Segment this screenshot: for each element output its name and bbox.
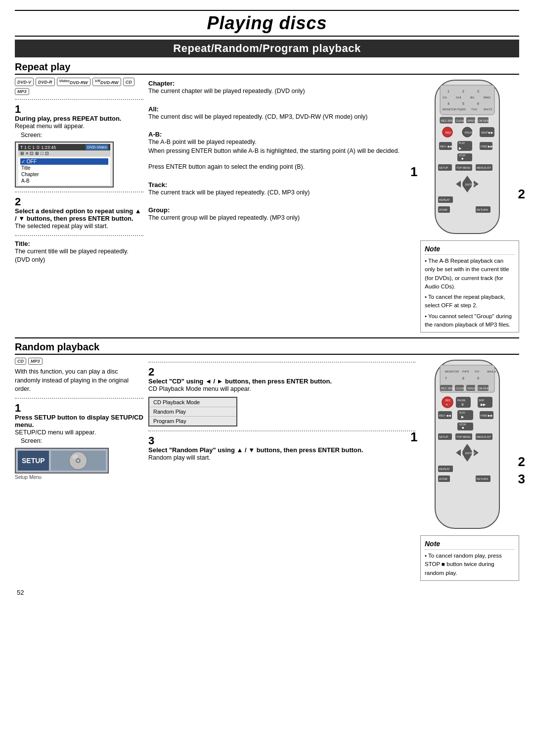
repeat-left-col: DVD-V DVD-R VideoDVD-RW VRDVD-RW CD MP3 …	[15, 78, 143, 332]
svg-text:CM SKIP: CM SKIP	[478, 119, 490, 122]
track-text: The current track will be played repeate…	[148, 189, 415, 197]
svg-text:GHI: GHI	[456, 96, 461, 99]
svg-text:WXYZ: WXYZ	[484, 108, 492, 111]
screen-icon-5: □	[41, 151, 43, 156]
screen-header: T 1 C 1 ① 1:23:45 DVD-Video	[18, 144, 110, 150]
divider-2	[15, 191, 143, 192]
repeat-step1: 1 During play, press REPEAT button. Repe…	[15, 104, 143, 188]
random-note-title: Note	[425, 539, 515, 550]
random-note-list: • To cancel random play, press STOP ■ bu…	[425, 552, 515, 577]
repeat-note-item-2: • To cancel the repeat playback, select …	[425, 293, 515, 310]
svg-text:PAUSE: PAUSE	[465, 131, 475, 134]
svg-text:SETUP: SETUP	[439, 435, 448, 438]
repeat-step2-number: 2	[15, 196, 143, 207]
svg-text:P•P3: P•P3	[462, 370, 469, 373]
random-mid-col: 2 Select "CD" using ◄ / ► buttons, then …	[148, 358, 415, 581]
svg-text:SKIP: SKIP	[479, 399, 485, 402]
repeat-note-box: Note • The A-B Repeat playback can only …	[420, 240, 519, 332]
random-divider-2	[148, 362, 415, 363]
screen-menu-title: Title	[20, 165, 108, 171]
ab-text2: When pressing ENTER button while A-B is …	[148, 147, 415, 156]
random-step1-screen-label: Screen:	[21, 437, 143, 446]
ab-text3: Press ENTER button again to select the e…	[148, 163, 415, 172]
screen-icons-row: ⊞ ≡ ⊡ ⊞ □ ⊡	[18, 150, 110, 156]
screen-icon-6: ⊡	[45, 151, 49, 156]
section-divider	[15, 337, 519, 338]
section-header: Repeat/Random/Program playback	[15, 40, 519, 57]
repeat-step1-note: Repeat menu will appear.	[15, 122, 143, 131]
setup-panel-label: SETUP	[18, 451, 49, 471]
repeat-play-title: Repeat play	[15, 61, 519, 75]
random-step1-number: 1	[15, 403, 143, 414]
repeat-remote-svg: 1 2 3 CH GHI JKL MNO 4 5 6 MONITOR PQRS …	[420, 78, 514, 236]
screen-menu-chapter: Chapter	[20, 171, 108, 178]
screen-icon-1: ⊞	[20, 151, 24, 156]
svg-text:REPEAT: REPEAT	[439, 198, 450, 201]
svg-text:5: 5	[462, 102, 464, 105]
screen-menu-off: OFF	[20, 158, 108, 165]
group-text: The current group will be played repeate…	[148, 214, 415, 223]
repeat-screen-mockup: T 1 C 1 ① 1:23:45 DVD-Video ⊞ ≡ ⊡ ⊞ □ ⊡	[15, 142, 114, 188]
disc-badge-cd: CD	[123, 78, 134, 86]
title-option-text: The current title will be played repeate…	[15, 247, 143, 265]
random-step3: 3 Select "Random Play" using ▲ / ▼ butto…	[148, 435, 415, 463]
chapter-option: Chapter: The current chapter will be pla…	[148, 80, 415, 96]
svg-text:PLAY: PLAY	[459, 411, 466, 414]
svg-text:TOP MENU: TOP MENU	[456, 435, 471, 438]
svg-text:FWD ▶▶: FWD ▶▶	[481, 414, 493, 417]
repeat-disc-icons: DVD-V DVD-R VideoDVD-RW VRDVD-RW CD MP3	[15, 78, 143, 95]
svg-text:ENTER: ENTER	[465, 183, 476, 186]
cd-menu-item-3: Program Play	[149, 417, 236, 425]
svg-text:T/V: T/V	[475, 370, 479, 373]
track-option: Track: The current track will be played …	[148, 181, 415, 197]
svg-point-60	[77, 460, 79, 462]
repeat-step2-note: The selected repeat play will start.	[15, 222, 143, 231]
ab-label: A-B:	[148, 131, 415, 138]
repeat-step2: 2 Select a desired option to repeat usin…	[15, 196, 143, 231]
svg-text:ZOOM: ZOOM	[439, 477, 447, 480]
svg-text:REV ◀◀: REV ◀◀	[439, 414, 451, 417]
cd-menu-item-2: Random Play	[149, 407, 236, 417]
setup-panel-cd	[51, 451, 106, 471]
screen-header-left: T 1 C 1 ① 1:23:45	[20, 145, 56, 150]
repeat-step2-instruction: Select a desired option to repeat using …	[15, 207, 143, 222]
all-option: All: The current disc will be played rep…	[148, 105, 415, 122]
repeat-note-item-1: • The A-B Repeat playback can only be se…	[425, 257, 515, 291]
svg-text:9: 9	[477, 377, 479, 380]
svg-text:REC SPEED: REC SPEED	[441, 387, 457, 390]
svg-text:ENTER: ENTER	[465, 452, 476, 455]
disc-badge-dvdv: DVD-V	[15, 78, 34, 86]
random-step1-instruction: Press SETUP button to display SETUP/CD m…	[15, 414, 143, 428]
repeat-note-item-3: • You cannot select "Group" during the r…	[425, 312, 515, 330]
random-divider-1	[15, 398, 143, 399]
svg-text:RETURN: RETURN	[477, 208, 488, 211]
svg-text:4: 4	[447, 102, 449, 105]
svg-text:CH: CH	[443, 96, 447, 99]
random-remote-svg: MONITOR P•P3 T/V WA/LA 7 8 9 REC SPEED C…	[420, 358, 514, 531]
random-step-2-label: 2	[518, 454, 525, 470]
svg-text:MENU/LIST: MENU/LIST	[477, 166, 491, 169]
svg-text:●: ●	[446, 403, 447, 406]
chapter-text: The current chapter will be played repea…	[148, 87, 415, 96]
random-step1: 1 Press SETUP button to display SETUP/CD…	[15, 403, 143, 480]
svg-text:FWD ▶▶: FWD ▶▶	[481, 145, 493, 148]
svg-text:REPEAT: REPEAT	[439, 468, 450, 471]
svg-text:CLEAR: CLEAR	[456, 387, 465, 390]
screen-icon-3: ⊡	[30, 151, 34, 156]
svg-text:TOP MENU: TOP MENU	[456, 166, 471, 169]
random-step1-note: SETUP/CD menu will appear.	[15, 428, 143, 437]
setup-screen-wrapper: SETUP Setup Menu	[15, 448, 143, 480]
svg-text:JKL: JKL	[470, 96, 475, 99]
svg-text:2: 2	[462, 90, 464, 93]
random-right-col: MONITOR P•P3 T/V WA/LA 7 8 9 REC SPEED C…	[420, 358, 519, 581]
svg-text:MENU/LIST: MENU/LIST	[477, 435, 491, 438]
page-container: Playing discs Repeat/Random/Program play…	[15, 10, 519, 596]
disc-badge-dvdr: DVD-R	[36, 78, 55, 86]
repeat-mid-col: Chapter: The current chapter will be pla…	[148, 78, 415, 332]
disc-badge-dvdrw-vr: VRDVD-RW	[92, 78, 121, 86]
svg-text:PLAY: PLAY	[459, 142, 465, 144]
svg-text:1: 1	[447, 90, 449, 93]
svg-text:CLEAR: CLEAR	[456, 119, 465, 122]
group-label: Group:	[148, 206, 415, 214]
ab-text1: The A-B point will be played repeatedly.	[148, 138, 415, 147]
